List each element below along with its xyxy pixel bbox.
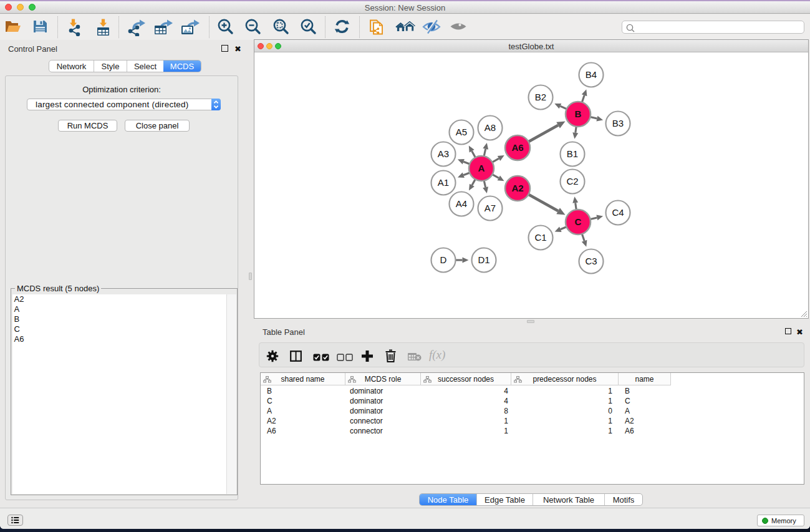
svg-text:B4: B4 — [586, 69, 597, 80]
svg-text:A: A — [478, 163, 485, 173]
svg-text:B1: B1 — [567, 148, 578, 159]
svg-text:D: D — [440, 254, 447, 265]
svg-text:C: C — [575, 216, 582, 227]
svg-text:A5: A5 — [456, 127, 467, 137]
svg-text:C1: C1 — [534, 232, 546, 243]
svg-text:B2: B2 — [535, 92, 546, 102]
svg-text:A3: A3 — [438, 148, 449, 159]
svg-text:B: B — [575, 109, 582, 119]
svg-text:A8: A8 — [485, 122, 496, 133]
svg-text:C4: C4 — [612, 207, 624, 218]
svg-text:A7: A7 — [485, 203, 496, 213]
svg-text:C2: C2 — [566, 176, 578, 186]
svg-text:A2: A2 — [511, 183, 523, 193]
svg-text:A6: A6 — [511, 142, 523, 153]
svg-text:A4: A4 — [456, 198, 467, 209]
svg-text:D1: D1 — [478, 254, 489, 265]
svg-text:C3: C3 — [585, 256, 597, 266]
svg-text:B3: B3 — [612, 118, 624, 128]
svg-text:A1: A1 — [438, 177, 449, 188]
